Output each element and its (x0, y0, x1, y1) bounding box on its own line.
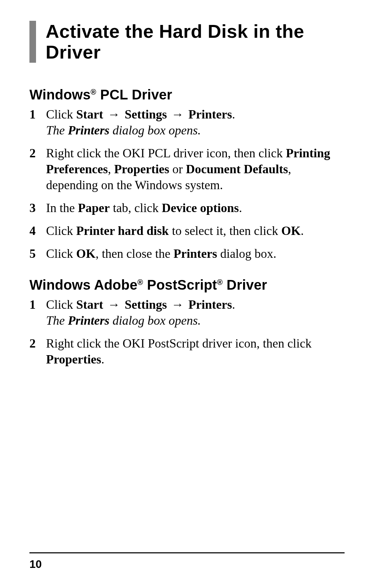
section2-heading: Windows Adobe® PostScript® Driver (29, 277, 345, 292)
text-run: . (239, 201, 242, 215)
section1-heading-post: PCL Driver (96, 87, 172, 102)
text-run: → (103, 298, 125, 311)
step-text: Right click the OKI PostScript driver ic… (46, 336, 312, 366)
text-run: to select it, then click (169, 224, 281, 238)
step-text: Click Start → Settings → Printers. (46, 298, 235, 311)
text-run: or (169, 162, 186, 176)
section2-heading-mid: PostScript (143, 277, 217, 292)
list-item: 3In the Paper tab, click Device options. (29, 200, 345, 216)
step-text: Click OK, then close the Printers dialog… (46, 247, 276, 261)
step-text: Right click the OKI PCL driver icon, the… (46, 146, 330, 192)
text-run: Printer hard disk (76, 224, 169, 238)
text-run: Printers (68, 314, 109, 327)
step-number: 1 (29, 297, 46, 328)
registered-icon: ® (91, 88, 96, 96)
section2-step-list: 1Click Start → Settings → Printers.The P… (29, 297, 345, 367)
list-item: 1Click Start → Settings → Printers.The P… (29, 297, 345, 328)
text-run: . (232, 298, 235, 311)
text-run: dialog box opens. (109, 123, 201, 137)
text-run: Printers (188, 298, 232, 311)
step-note: The Printers dialog box opens. (46, 123, 201, 137)
page-title: Activate the Hard Disk in the Driver (46, 21, 345, 63)
text-run: Click (46, 298, 76, 311)
step-content: Click Start → Settings → Printers.The Pr… (46, 106, 345, 138)
registered-icon: ® (137, 278, 143, 286)
text-run: . (101, 352, 104, 366)
title-block: Activate the Hard Disk in the Driver (29, 21, 345, 63)
step-content: Click Printer hard disk to select it, th… (46, 223, 345, 239)
text-run: dialog box opens. (109, 314, 201, 327)
page: Activate the Hard Disk in the Driver Win… (0, 0, 374, 588)
text-run: OK (76, 247, 96, 261)
step-number: 1 (29, 106, 46, 138)
text-run: Click (46, 224, 76, 238)
text-run: → (167, 298, 188, 311)
text-run: Printers (188, 107, 232, 121)
step-number: 3 (29, 200, 46, 216)
list-item: 1Click Start → Settings → Printers.The P… (29, 106, 345, 138)
text-run: Document Defaults (186, 162, 288, 176)
text-run: OK (281, 224, 301, 238)
footer-rule (29, 552, 345, 553)
text-run: , (108, 162, 114, 176)
text-run: Click (46, 247, 76, 261)
text-run: Properties (46, 352, 101, 366)
text-run: . (232, 107, 235, 121)
text-run: Device options (162, 201, 239, 215)
step-note: The Printers dialog box opens. (46, 314, 201, 327)
step-number: 5 (29, 246, 46, 262)
text-run: Click (46, 107, 76, 121)
text-run: dialog box. (217, 247, 276, 261)
text-run: Settings (125, 107, 167, 121)
title-accent-bar (29, 21, 36, 63)
list-item: 2Right click the OKI PCL driver icon, th… (29, 145, 345, 193)
registered-icon: ® (217, 278, 223, 286)
text-run: Right click the OKI PostScript driver ic… (46, 336, 312, 350)
text-run: . (301, 224, 304, 238)
text-run: The (46, 123, 68, 137)
step-content: Right click the OKI PCL driver icon, the… (46, 145, 345, 193)
section1-heading: Windows® PCL Driver (29, 87, 345, 102)
step-content: Right click the OKI PostScript driver ic… (46, 335, 345, 367)
step-number: 4 (29, 223, 46, 239)
step-text: In the Paper tab, click Device options. (46, 201, 242, 215)
text-run: Right click the OKI PCL driver icon, the… (46, 146, 286, 160)
section1-step-list: 1Click Start → Settings → Printers.The P… (29, 106, 345, 262)
text-run: → (103, 107, 125, 121)
section2-heading-post: Driver (223, 277, 267, 292)
text-run: The (46, 314, 68, 327)
text-run: Printers (173, 247, 217, 261)
text-run: Settings (125, 298, 167, 311)
step-number: 2 (29, 335, 46, 367)
text-run: Printers (68, 123, 109, 137)
text-run: Start (76, 298, 103, 311)
list-item: 4Click Printer hard disk to select it, t… (29, 223, 345, 239)
text-run: Properties (114, 162, 169, 176)
step-text: Click Printer hard disk to select it, th… (46, 224, 304, 238)
step-text: Click Start → Settings → Printers. (46, 107, 235, 121)
text-run: → (167, 107, 188, 121)
step-number: 2 (29, 145, 46, 193)
text-run: tab, click (110, 201, 162, 215)
section1-heading-pre: Windows (29, 87, 91, 102)
text-run: In the (46, 201, 78, 215)
list-item: 5Click OK, then close the Printers dialo… (29, 246, 345, 262)
text-run: , then close the (96, 247, 173, 261)
step-content: In the Paper tab, click Device options. (46, 200, 345, 216)
section2-heading-pre: Windows Adobe (29, 277, 137, 292)
text-run: Start (76, 107, 103, 121)
text-run: Paper (78, 201, 110, 215)
list-item: 2Right click the OKI PostScript driver i… (29, 335, 345, 367)
page-number: 10 (29, 558, 42, 571)
step-content: Click OK, then close the Printers dialog… (46, 246, 345, 262)
step-content: Click Start → Settings → Printers.The Pr… (46, 297, 345, 328)
